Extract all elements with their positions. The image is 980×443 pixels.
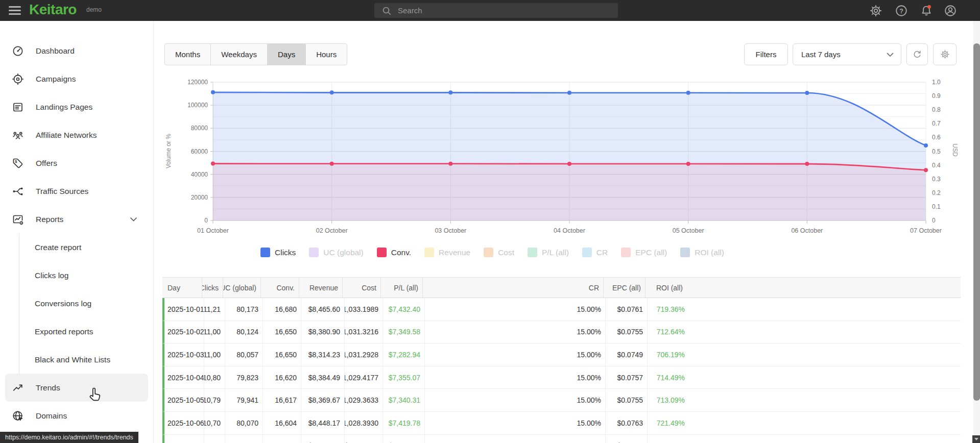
cell-clicks: 55,66 [204, 435, 225, 443]
legend-item-p-l-all[interactable]: P/L (all) [528, 248, 569, 257]
cell-day: 2025-10-04 [164, 366, 204, 389]
cell-cr: 15.00% [425, 298, 606, 321]
sidebar-item-reports[interactable]: Reports [0, 205, 153, 233]
legend-label: Cost [498, 248, 514, 257]
cell-p-l-all: $7,340.31 [383, 389, 425, 411]
column-header-uc-global: UC (global) [223, 278, 261, 298]
legend-label: Revenue [439, 248, 470, 257]
svg-text:80000: 80000 [191, 125, 208, 132]
scrollbar-thumb[interactable] [973, 43, 980, 401]
tab-months[interactable]: Months [165, 44, 211, 65]
legend-swatch [621, 248, 631, 257]
sidebar-item-label: Clicks log [35, 271, 68, 280]
user-account-icon[interactable] [944, 4, 957, 17]
sidebar-item-landings-pages[interactable]: Landings Pages [0, 93, 153, 121]
sidebar-item-label: Traffic Sources [36, 187, 88, 196]
cell-day: 2025-10-07 [164, 435, 204, 443]
campaigns-icon [12, 73, 24, 85]
cell-revenue: $8,448.17 [301, 412, 345, 434]
column-header-revenue: Revenue [299, 278, 343, 298]
column-header-p-l-all: P/L (all) [381, 278, 423, 298]
trends-icon [12, 382, 24, 394]
sidebar-item-affiliate-networks[interactable]: Affiliate Networks [0, 121, 153, 149]
svg-text:03 October: 03 October [435, 227, 466, 234]
svg-text:01 October: 01 October [197, 227, 229, 234]
svg-text:0.3: 0.3 [932, 176, 941, 183]
sidebar-item-campaigns[interactable]: Campaigns [0, 65, 153, 93]
search-input[interactable] [397, 6, 603, 15]
legend-swatch [680, 248, 690, 257]
cell-clicks: 111,21 [204, 298, 225, 321]
cell-clicks: 110,70 [204, 412, 225, 434]
hamburger-menu-icon[interactable] [9, 5, 21, 16]
cell-day: 2025-10-05 [164, 389, 204, 411]
legend-item-cr[interactable]: CR [582, 248, 608, 257]
sidebar-item-create-report[interactable]: Create report [19, 233, 153, 261]
cell-cost: $1,033.1989 [345, 298, 383, 321]
cell-revenue: $8,384.49 [301, 366, 345, 389]
notifications-bell-icon[interactable] [920, 4, 933, 17]
table-row: 2025-10-05110,7979,94116,617$8,369.67$1,… [162, 389, 961, 412]
sidebar-item-label: Conversions log [35, 299, 91, 308]
legend-item-clicks[interactable]: Clicks [260, 248, 296, 257]
cell-cost: $1,028.3930 [345, 412, 383, 434]
sidebar-item-domains[interactable]: Domains [0, 402, 153, 430]
legend-item-cost[interactable]: Cost [484, 248, 514, 257]
cell-cost: $1,031.3216 [345, 321, 383, 343]
filters-button[interactable]: Filters [744, 43, 788, 65]
cell-conv: 16,620 [263, 366, 301, 389]
svg-text:Volume or %: Volume or % [165, 134, 172, 168]
date-range-select[interactable]: Last 7 days [793, 43, 901, 65]
sidebar-item-clicks-log[interactable]: Clicks log [19, 261, 153, 289]
sidebar-item-offers[interactable]: $Offers [0, 149, 153, 177]
svg-text:20000: 20000 [191, 194, 208, 201]
sidebar-item-label: Create report [35, 243, 81, 252]
sidebar-item-conversions-log[interactable]: Conversions log [19, 289, 153, 317]
page-scrollbar[interactable] [973, 21, 980, 443]
filters-button-label: Filters [756, 50, 777, 59]
traffic-sources-icon [12, 185, 24, 198]
cell-epc-all: $0.0763 [606, 412, 648, 434]
legend-item-revenue[interactable]: Revenue [424, 248, 470, 257]
legend-label: Clicks [275, 248, 296, 257]
sidebar-item-trends[interactable]: Trends [5, 374, 148, 402]
help-icon[interactable]: ? [895, 4, 908, 17]
dashboard-icon [12, 45, 24, 57]
link-preview-url: https://demo.keitaro.io/admin/#!/trends/… [5, 434, 133, 441]
cell-cr: 15.00% [425, 321, 606, 343]
refresh-icon [912, 50, 922, 60]
cell-revenue: $8,314.23 [301, 343, 345, 366]
sidebar-item-black-and-white-lists[interactable]: Black and White Lists [19, 346, 153, 374]
sidebar-item-traffic-sources[interactable]: Traffic Sources [0, 177, 153, 205]
legend-item-uc-global[interactable]: UC (global) [309, 248, 363, 257]
legend-item-roi-all[interactable]: ROI (all) [680, 248, 724, 257]
tab-hours[interactable]: Hours [306, 44, 347, 65]
global-search[interactable] [374, 3, 618, 18]
legend-item-conv[interactable]: Conv. [377, 248, 411, 257]
tab-days[interactable]: Days [268, 44, 306, 65]
legend-swatch [260, 248, 270, 257]
search-icon [381, 6, 392, 16]
legend-item-epc-all[interactable]: EPC (all) [621, 248, 667, 257]
cell-revenue: $8,465.60 [301, 298, 345, 321]
svg-text:100000: 100000 [187, 102, 208, 109]
cell-cost: $1,029.4177 [345, 366, 383, 389]
cell-clicks: 110,79 [204, 389, 225, 411]
chart-settings-button[interactable] [933, 43, 957, 65]
settings-gear-icon[interactable] [869, 4, 882, 17]
svg-text:0.6: 0.6 [932, 134, 941, 141]
reports-subnav: Create reportClicks logConversions logEx… [19, 233, 153, 374]
sidebar-item-exported-reports[interactable]: Exported reports [19, 317, 153, 346]
sidebar-item-label: Domains [36, 411, 67, 421]
sidebar-item-label: Affiliate Networks [36, 131, 97, 140]
svg-text:0.1: 0.1 [932, 203, 941, 210]
svg-text:USD: USD [951, 143, 959, 157]
chevron-down-icon [887, 53, 894, 57]
environment-label: demo [86, 6, 102, 13]
notification-badge [927, 5, 931, 9]
tab-weekdays[interactable]: Weekdays [211, 44, 268, 65]
legend-swatch [582, 248, 592, 257]
sidebar-item-dashboard[interactable]: Dashboard [0, 37, 153, 65]
cell-conv: 16,650 [263, 343, 301, 366]
refresh-button[interactable] [906, 43, 928, 65]
